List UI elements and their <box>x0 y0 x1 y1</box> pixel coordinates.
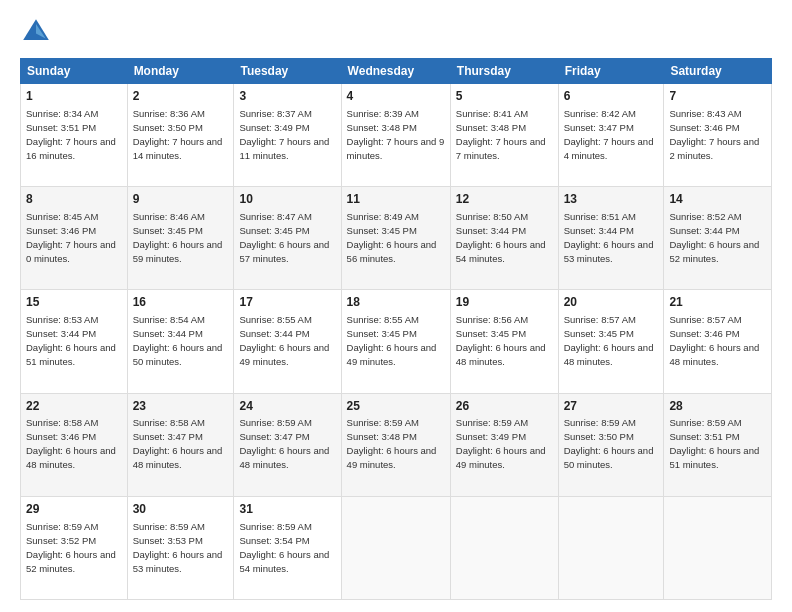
day-number: 7 <box>669 88 766 105</box>
header-cell-monday: Monday <box>127 59 234 84</box>
day-number: 1 <box>26 88 122 105</box>
day-number: 12 <box>456 191 553 208</box>
day-info: Sunrise: 8:42 AMSunset: 3:47 PMDaylight:… <box>564 108 654 161</box>
header <box>20 16 772 48</box>
day-cell: 6 Sunrise: 8:42 AMSunset: 3:47 PMDayligh… <box>558 84 664 187</box>
day-cell: 17 Sunrise: 8:55 AMSunset: 3:44 PMDaylig… <box>234 290 341 393</box>
day-number: 4 <box>347 88 445 105</box>
day-info: Sunrise: 8:54 AMSunset: 3:44 PMDaylight:… <box>133 314 223 367</box>
header-cell-wednesday: Wednesday <box>341 59 450 84</box>
day-cell: 5 Sunrise: 8:41 AMSunset: 3:48 PMDayligh… <box>450 84 558 187</box>
week-row-5: 29 Sunrise: 8:59 AMSunset: 3:52 PMDaylig… <box>21 496 772 599</box>
day-number: 15 <box>26 294 122 311</box>
week-row-2: 8 Sunrise: 8:45 AMSunset: 3:46 PMDayligh… <box>21 187 772 290</box>
day-info: Sunrise: 8:59 AMSunset: 3:49 PMDaylight:… <box>456 417 546 470</box>
day-number: 11 <box>347 191 445 208</box>
week-row-1: 1 Sunrise: 8:34 AMSunset: 3:51 PMDayligh… <box>21 84 772 187</box>
day-cell: 14 Sunrise: 8:52 AMSunset: 3:44 PMDaylig… <box>664 187 772 290</box>
day-cell: 12 Sunrise: 8:50 AMSunset: 3:44 PMDaylig… <box>450 187 558 290</box>
page: SundayMondayTuesdayWednesdayThursdayFrid… <box>0 0 792 612</box>
day-cell: 29 Sunrise: 8:59 AMSunset: 3:52 PMDaylig… <box>21 496 128 599</box>
day-cell: 4 Sunrise: 8:39 AMSunset: 3:48 PMDayligh… <box>341 84 450 187</box>
day-number: 6 <box>564 88 659 105</box>
day-cell: 27 Sunrise: 8:59 AMSunset: 3:50 PMDaylig… <box>558 393 664 496</box>
calendar: SundayMondayTuesdayWednesdayThursdayFrid… <box>20 58 772 600</box>
header-cell-tuesday: Tuesday <box>234 59 341 84</box>
day-number: 13 <box>564 191 659 208</box>
day-cell: 3 Sunrise: 8:37 AMSunset: 3:49 PMDayligh… <box>234 84 341 187</box>
day-info: Sunrise: 8:39 AMSunset: 3:48 PMDaylight:… <box>347 108 445 161</box>
day-number: 2 <box>133 88 229 105</box>
day-cell: 16 Sunrise: 8:54 AMSunset: 3:44 PMDaylig… <box>127 290 234 393</box>
day-number: 10 <box>239 191 335 208</box>
day-number: 8 <box>26 191 122 208</box>
day-cell: 13 Sunrise: 8:51 AMSunset: 3:44 PMDaylig… <box>558 187 664 290</box>
day-info: Sunrise: 8:43 AMSunset: 3:46 PMDaylight:… <box>669 108 759 161</box>
day-number: 9 <box>133 191 229 208</box>
day-cell: 19 Sunrise: 8:56 AMSunset: 3:45 PMDaylig… <box>450 290 558 393</box>
day-number: 27 <box>564 398 659 415</box>
day-info: Sunrise: 8:49 AMSunset: 3:45 PMDaylight:… <box>347 211 437 264</box>
day-number: 20 <box>564 294 659 311</box>
day-cell: 11 Sunrise: 8:49 AMSunset: 3:45 PMDaylig… <box>341 187 450 290</box>
day-cell: 1 Sunrise: 8:34 AMSunset: 3:51 PMDayligh… <box>21 84 128 187</box>
day-info: Sunrise: 8:41 AMSunset: 3:48 PMDaylight:… <box>456 108 546 161</box>
day-info: Sunrise: 8:59 AMSunset: 3:52 PMDaylight:… <box>26 521 116 574</box>
day-number: 28 <box>669 398 766 415</box>
day-info: Sunrise: 8:56 AMSunset: 3:45 PMDaylight:… <box>456 314 546 367</box>
day-number: 22 <box>26 398 122 415</box>
day-number: 17 <box>239 294 335 311</box>
day-cell: 8 Sunrise: 8:45 AMSunset: 3:46 PMDayligh… <box>21 187 128 290</box>
day-cell: 15 Sunrise: 8:53 AMSunset: 3:44 PMDaylig… <box>21 290 128 393</box>
day-number: 31 <box>239 501 335 518</box>
day-info: Sunrise: 8:34 AMSunset: 3:51 PMDaylight:… <box>26 108 116 161</box>
day-number: 3 <box>239 88 335 105</box>
day-info: Sunrise: 8:59 AMSunset: 3:51 PMDaylight:… <box>669 417 759 470</box>
day-number: 19 <box>456 294 553 311</box>
day-info: Sunrise: 8:51 AMSunset: 3:44 PMDaylight:… <box>564 211 654 264</box>
day-number: 18 <box>347 294 445 311</box>
day-number: 23 <box>133 398 229 415</box>
calendar-body: 1 Sunrise: 8:34 AMSunset: 3:51 PMDayligh… <box>21 84 772 600</box>
day-number: 30 <box>133 501 229 518</box>
day-info: Sunrise: 8:59 AMSunset: 3:54 PMDaylight:… <box>239 521 329 574</box>
week-row-3: 15 Sunrise: 8:53 AMSunset: 3:44 PMDaylig… <box>21 290 772 393</box>
day-info: Sunrise: 8:57 AMSunset: 3:45 PMDaylight:… <box>564 314 654 367</box>
day-info: Sunrise: 8:59 AMSunset: 3:50 PMDaylight:… <box>564 417 654 470</box>
day-cell <box>558 496 664 599</box>
day-info: Sunrise: 8:59 AMSunset: 3:48 PMDaylight:… <box>347 417 437 470</box>
header-cell-thursday: Thursday <box>450 59 558 84</box>
day-cell <box>664 496 772 599</box>
day-info: Sunrise: 8:36 AMSunset: 3:50 PMDaylight:… <box>133 108 223 161</box>
day-info: Sunrise: 8:55 AMSunset: 3:44 PMDaylight:… <box>239 314 329 367</box>
day-number: 14 <box>669 191 766 208</box>
day-info: Sunrise: 8:59 AMSunset: 3:53 PMDaylight:… <box>133 521 223 574</box>
day-info: Sunrise: 8:53 AMSunset: 3:44 PMDaylight:… <box>26 314 116 367</box>
header-cell-saturday: Saturday <box>664 59 772 84</box>
day-cell: 23 Sunrise: 8:58 AMSunset: 3:47 PMDaylig… <box>127 393 234 496</box>
day-info: Sunrise: 8:46 AMSunset: 3:45 PMDaylight:… <box>133 211 223 264</box>
day-cell: 21 Sunrise: 8:57 AMSunset: 3:46 PMDaylig… <box>664 290 772 393</box>
day-number: 16 <box>133 294 229 311</box>
day-info: Sunrise: 8:37 AMSunset: 3:49 PMDaylight:… <box>239 108 329 161</box>
day-info: Sunrise: 8:52 AMSunset: 3:44 PMDaylight:… <box>669 211 759 264</box>
day-cell: 25 Sunrise: 8:59 AMSunset: 3:48 PMDaylig… <box>341 393 450 496</box>
week-row-4: 22 Sunrise: 8:58 AMSunset: 3:46 PMDaylig… <box>21 393 772 496</box>
day-cell: 9 Sunrise: 8:46 AMSunset: 3:45 PMDayligh… <box>127 187 234 290</box>
day-cell: 31 Sunrise: 8:59 AMSunset: 3:54 PMDaylig… <box>234 496 341 599</box>
header-cell-sunday: Sunday <box>21 59 128 84</box>
day-info: Sunrise: 8:55 AMSunset: 3:45 PMDaylight:… <box>347 314 437 367</box>
day-cell: 22 Sunrise: 8:58 AMSunset: 3:46 PMDaylig… <box>21 393 128 496</box>
day-cell: 26 Sunrise: 8:59 AMSunset: 3:49 PMDaylig… <box>450 393 558 496</box>
day-cell: 2 Sunrise: 8:36 AMSunset: 3:50 PMDayligh… <box>127 84 234 187</box>
logo-icon <box>20 16 52 48</box>
day-cell <box>450 496 558 599</box>
day-cell: 10 Sunrise: 8:47 AMSunset: 3:45 PMDaylig… <box>234 187 341 290</box>
day-number: 21 <box>669 294 766 311</box>
header-cell-friday: Friday <box>558 59 664 84</box>
day-cell: 24 Sunrise: 8:59 AMSunset: 3:47 PMDaylig… <box>234 393 341 496</box>
day-number: 24 <box>239 398 335 415</box>
day-number: 29 <box>26 501 122 518</box>
day-info: Sunrise: 8:58 AMSunset: 3:46 PMDaylight:… <box>26 417 116 470</box>
day-info: Sunrise: 8:57 AMSunset: 3:46 PMDaylight:… <box>669 314 759 367</box>
